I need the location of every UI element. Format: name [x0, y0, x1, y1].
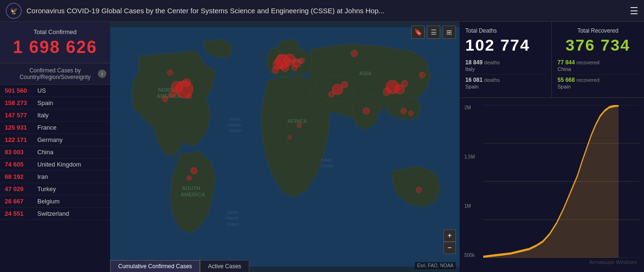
list-item[interactable]: 47 029Turkey — [0, 183, 110, 195]
info-icon[interactable]: i — [98, 70, 106, 78]
tab-active[interactable]: Active Cases — [200, 260, 249, 272]
recovered-list[interactable]: 77 844 recoveredChina55 668 recoveredSpa… — [557, 57, 638, 92]
total-confirmed-label: Total Confirmed — [4, 28, 106, 35]
zoom-in-btn[interactable]: + — [444, 229, 456, 242]
svg-point-35 — [383, 88, 391, 96]
tab-cumulative[interactable]: Cumulative Confirmed Cases — [110, 260, 200, 272]
total-deaths-value: 102 774 — [465, 36, 546, 54]
deaths-panel: Total Deaths 102 774 18 849 deathsItaly1… — [460, 22, 552, 97]
svg-point-50 — [351, 50, 357, 57]
recovered-count: 55 668 — [557, 77, 575, 83]
country-name: Turkey — [37, 185, 56, 193]
country-name: France — [37, 124, 56, 131]
svg-point-39 — [329, 91, 334, 97]
list-item[interactable]: 74 605United Kingdom — [0, 158, 110, 171]
country-name: Spain — [37, 99, 53, 106]
svg-text:Ocean: Ocean — [229, 128, 242, 133]
svg-point-40 — [191, 167, 197, 174]
grid-view-btn[interactable]: ⊞ — [443, 26, 456, 39]
svg-text:🦅: 🦅 — [10, 7, 18, 15]
country-name: China — [37, 149, 53, 156]
left-sidebar: Total Confirmed 1 698 626 Confirmed Case… — [0, 22, 110, 272]
list-view-btn[interactable]: ☰ — [427, 26, 440, 39]
country-count: 147 577 — [5, 112, 35, 119]
country-count: 83 003 — [5, 149, 35, 156]
svg-point-48 — [419, 72, 425, 78]
list-item[interactable]: 83 003China — [0, 146, 110, 158]
svg-point-36 — [401, 80, 408, 87]
list-item[interactable]: 26 667Belgium — [0, 195, 110, 208]
death-count: 18 849 — [465, 59, 483, 66]
country-name: Germany — [37, 136, 62, 143]
country-count: 47 029 — [5, 185, 35, 193]
header-title: Coronavirus COVID-19 Global Cases by the… — [26, 7, 630, 15]
list-item[interactable]: 125 931France — [0, 122, 110, 134]
total-confirmed-box: Total Confirmed 1 698 626 — [0, 22, 110, 63]
country-count: 122 171 — [5, 136, 35, 143]
death-country: Spain — [465, 84, 479, 89]
list-item[interactable]: 147 577Italy — [0, 109, 110, 122]
country-list-header-label: Confirmed Cases by Country/Region/Sovere… — [19, 67, 90, 80]
map-container[interactable]: NORTH AMERICA SOUTH AMERICA AFRICA ASIA … — [110, 22, 460, 272]
svg-point-44 — [363, 107, 370, 114]
country-name: United Kingdom — [37, 161, 81, 168]
recovered-panel: Total Recovered 376 734 77 844 recovered… — [552, 22, 644, 97]
menu-icon[interactable]: ☰ — [630, 5, 638, 17]
zoom-out-btn[interactable]: − — [444, 242, 456, 254]
bookmark-btn[interactable]: 🔖 — [411, 26, 425, 39]
list-item[interactable]: 501 560US — [0, 85, 110, 97]
svg-text:Ocean: Ocean — [226, 222, 239, 227]
svg-point-45 — [416, 187, 422, 193]
total-confirmed-value: 1 698 626 — [4, 37, 106, 57]
list-item[interactable]: 68 192Iran — [0, 171, 110, 183]
svg-point-32 — [278, 54, 282, 59]
recovered-list-item: 55 668 recoveredSpain — [557, 75, 638, 92]
svg-point-43 — [409, 111, 413, 116]
svg-point-22 — [162, 96, 168, 102]
windows-watermark: Активация Windows — [589, 259, 637, 265]
country-count: 24 551 — [5, 210, 35, 217]
map-controls: 🔖 ☰ ⊞ — [411, 26, 456, 39]
country-count: 74 605 — [5, 161, 35, 168]
country-list-header: Confirmed Cases by Country/Region/Sovere… — [0, 63, 110, 85]
svg-point-29 — [272, 67, 278, 73]
svg-point-20 — [183, 79, 191, 86]
country-name: US — [37, 87, 46, 94]
svg-point-23 — [187, 94, 191, 99]
list-item[interactable]: 158 273Spain — [0, 97, 110, 109]
svg-point-21 — [169, 91, 176, 97]
chart-panel: 2M1,5M1M500k Активация — [460, 97, 644, 272]
death-type-label: deaths — [484, 60, 500, 65]
main-content: Total Confirmed 1 698 626 Confirmed Case… — [0, 22, 644, 272]
svg-text:AMERICA: AMERICA — [181, 192, 205, 197]
recovered-type-label: recovered — [576, 77, 600, 83]
svg-text:Ocean: Ocean — [321, 163, 333, 168]
svg-text:SOUTH: SOUTH — [182, 185, 200, 191]
country-count: 26 667 — [5, 198, 35, 205]
svg-point-46 — [297, 123, 302, 128]
logo: 🦅 — [6, 3, 22, 19]
country-list[interactable]: 501 560US158 273Spain147 577Italy125 931… — [0, 85, 110, 272]
list-item[interactable]: 122 171Germany — [0, 134, 110, 146]
deaths-list-item: 16 081 deathsSpain — [465, 75, 546, 92]
header: 🦅 Coronavirus COVID-19 Global Cases by t… — [0, 0, 644, 22]
world-map-svg: NORTH AMERICA SOUTH AMERICA AFRICA ASIA … — [110, 22, 460, 272]
svg-text:AFRICA: AFRICA — [287, 118, 307, 124]
list-item[interactable]: 24 551Switzerland — [0, 208, 110, 220]
country-name: Switzerland — [37, 210, 69, 217]
svg-point-42 — [400, 108, 406, 114]
country-count: 158 273 — [5, 99, 35, 106]
deaths-list-item: 18 849 deathsItaly — [465, 57, 546, 75]
svg-point-47 — [288, 135, 292, 139]
deaths-list[interactable]: 18 849 deathsItaly16 081 deathsSpain13 1… — [465, 57, 546, 92]
country-count: 501 560 — [5, 87, 35, 94]
svg-text:North: North — [230, 117, 240, 122]
stats-row: Total Deaths 102 774 18 849 deathsItaly1… — [460, 22, 644, 97]
death-type-label: deaths — [484, 77, 500, 83]
recovered-type-label: recovered — [576, 60, 600, 65]
death-count: 16 081 — [465, 77, 483, 83]
svg-point-28 — [281, 64, 288, 71]
total-recovered-value: 376 734 — [557, 36, 638, 54]
chart-y-labels: 2M1,5M1M500k — [464, 105, 482, 258]
country-count: 68 192 — [5, 173, 35, 180]
